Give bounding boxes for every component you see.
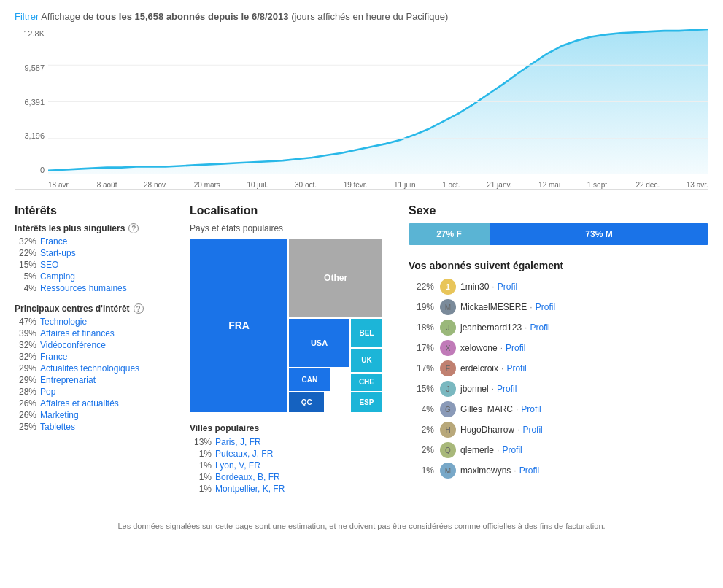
avatar-2: J: [440, 320, 456, 336]
avatar-3: X: [440, 340, 456, 356]
treemap-qc[interactable]: QC: [288, 392, 325, 413]
location-title: Localisation: [190, 204, 394, 217]
singular-link-3[interactable]: Camping: [40, 271, 75, 282]
header: Filtrer Affichage de tous les 15,658 abo…: [15, 11, 708, 22]
header-description: Affichage de tous les 15,658 abonnés dep…: [41, 11, 448, 22]
city-3: 1% Bordeaux, B, FR: [190, 472, 394, 482]
header-bold: tous les 15,658 abonnés depuis le 6/8/20…: [96, 11, 289, 22]
follower-5: 15% J jbonnel · Profil: [409, 381, 708, 397]
main-link-8[interactable]: Marketing: [40, 410, 79, 420]
x-label-6: 19 févr.: [344, 181, 368, 189]
main-item-8: 26% Marketing: [15, 410, 175, 420]
city-2: 1% Lyon, V, FR: [190, 460, 394, 471]
main-item-1: 39% Affaires et finances: [15, 328, 175, 339]
main-item-6: 28% Pop: [15, 387, 175, 397]
singular-link-2[interactable]: SEO: [40, 260, 58, 270]
main-link-0[interactable]: Technologie: [40, 317, 87, 327]
gender-male: 73% M: [490, 223, 708, 245]
city-link-0[interactable]: Paris, J, FR: [215, 437, 261, 447]
avatar-6: G: [440, 401, 456, 417]
treemap-fra[interactable]: FRA: [190, 238, 288, 413]
treemap-bel[interactable]: BEL: [350, 318, 383, 348]
filter-link[interactable]: Filtrer: [15, 11, 39, 22]
avatar-9: M: [440, 463, 456, 479]
treemap-other[interactable]: Other: [288, 238, 383, 318]
chart-y-labels: 12.8K 9,587 6,391 3,196 0: [15, 29, 48, 174]
main-link-5[interactable]: Entreprenariat: [40, 375, 96, 385]
follower-profile-3[interactable]: Profil: [506, 343, 525, 353]
footer-note: Les données signalées sur cette page son…: [15, 514, 708, 530]
main-interests-group: Principaux centres d'intérêt ? 47% Techn…: [15, 303, 175, 432]
follower-profile-1[interactable]: Profil: [536, 302, 555, 312]
main-link-2[interactable]: Vidéoconférence: [40, 340, 106, 350]
follower-4: 17% E erdelcroix · Profil: [409, 360, 708, 376]
city-link-3[interactable]: Bordeaux, B, FR: [215, 472, 280, 482]
y-label-0: 12.8K: [15, 29, 45, 38]
follower-profile-4[interactable]: Profil: [506, 363, 526, 374]
follower-profile-0[interactable]: Profil: [498, 282, 517, 292]
city-4: 1% Montpellier, K, FR: [190, 484, 394, 494]
follower-6: 4% G Gilles_MARC · Profil: [409, 401, 708, 417]
main-item-5: 29% Entreprenariat: [15, 375, 175, 385]
main-link-9[interactable]: Tablettes: [40, 422, 75, 432]
main-link-1[interactable]: Affaires et finances: [40, 328, 115, 339]
main-link-6[interactable]: Pop: [40, 387, 55, 397]
avatar-7: H: [440, 422, 456, 438]
main-link-3[interactable]: France: [40, 352, 67, 362]
followers-title: Vos abonnés suivent également: [409, 260, 708, 271]
x-label-5: 30 oct.: [295, 181, 317, 189]
main-link-4[interactable]: Actualités technologiques: [40, 363, 139, 374]
follower-1: 19% M MickaelMESERE · Profil: [409, 299, 708, 315]
followers-list: 22% 1 1min30 · Profil 19% M MickaelMESER…: [409, 279, 708, 479]
singular-link-4[interactable]: Ressources humaines: [40, 283, 127, 293]
follower-profile-5[interactable]: Profil: [497, 384, 517, 394]
city-link-1[interactable]: Puteaux, J, FR: [215, 449, 273, 459]
city-link-4[interactable]: Montpellier, K, FR: [215, 484, 285, 494]
singular-item-2: 15% SEO: [15, 260, 175, 270]
follower-profile-6[interactable]: Profil: [521, 404, 541, 414]
follower-profile-2[interactable]: Profil: [530, 322, 549, 333]
main-container: Filtrer Affichage de tous les 15,658 abo…: [0, 0, 723, 541]
y-label-4: 0: [15, 166, 45, 174]
singular-item-4: 4% Ressources humaines: [15, 283, 175, 293]
follower-profile-8[interactable]: Profil: [502, 445, 522, 455]
interests-title: Intérêts: [15, 204, 175, 217]
follower-2: 18% J jeanbernard123 · Profil: [409, 320, 708, 336]
follower-9: 1% M maximewyns · Profil: [409, 463, 708, 479]
singular-help-icon[interactable]: ?: [128, 223, 139, 233]
follower-profile-7[interactable]: Profil: [522, 425, 542, 435]
main-help-icon[interactable]: ?: [134, 303, 144, 314]
city-0: 13% Paris, J, FR: [190, 437, 394, 447]
y-label-3: 3,196: [15, 131, 45, 140]
singular-title: Intérêts les plus singuliers ?: [15, 223, 175, 233]
main-item-7: 26% Affaires et actualités: [15, 398, 175, 409]
main-link-7[interactable]: Affaires et actualités: [40, 398, 119, 409]
avatar-5: J: [440, 381, 456, 397]
y-label-2: 6,391: [15, 98, 45, 107]
treemap-che[interactable]: CHE: [350, 373, 383, 392]
x-label-11: 1 sept.: [587, 181, 609, 189]
follower-profile-9[interactable]: Profil: [519, 465, 539, 476]
singular-item-0: 32% France: [15, 236, 175, 247]
main-interests-title: Principaux centres d'intérêt ?: [15, 303, 175, 314]
location-subtitle: Pays et états populaires: [190, 223, 394, 233]
treemap-esp[interactable]: ESP: [350, 392, 383, 413]
main-item-9: 25% Tablettes: [15, 422, 175, 432]
chart-svg: [48, 29, 708, 174]
singular-link-1[interactable]: Start-ups: [40, 248, 76, 258]
singular-item-1: 22% Start-ups: [15, 248, 175, 258]
main-item-4: 29% Actualités technologiques: [15, 363, 175, 374]
main-item-2: 32% Vidéoconférence: [15, 340, 175, 350]
treemap-can[interactable]: CAN: [288, 368, 330, 392]
treemap-usa[interactable]: USA: [288, 318, 350, 367]
x-label-10: 12 mai: [538, 181, 560, 189]
avatar-4: E: [440, 360, 456, 376]
city-link-2[interactable]: Lyon, V, FR: [215, 460, 260, 471]
singular-link-0[interactable]: France: [40, 236, 67, 247]
x-label-0: 18 avr.: [48, 181, 70, 189]
main-item-0: 47% Technologie: [15, 317, 175, 327]
x-label-9: 21 janv.: [487, 181, 511, 189]
chart-area: 12.8K 9,587 6,391 3,196 0: [15, 29, 708, 190]
gender-title: Sexe: [409, 204, 708, 217]
treemap-uk[interactable]: UK: [350, 348, 383, 373]
